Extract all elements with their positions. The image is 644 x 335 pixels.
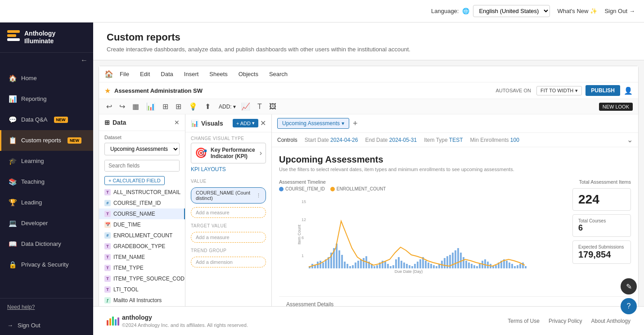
data-panel-close-button[interactable]: ✕ <box>174 119 180 126</box>
svg-rect-55 <box>446 256 448 268</box>
sidebar-item-developer[interactable]: 💻 Developer <box>0 213 93 234</box>
edit-fab-button[interactable]: ✎ <box>621 278 637 294</box>
chevron-down-icon: ▾ <box>575 88 578 94</box>
privacy-policy-link[interactable]: Privacy Policy <box>549 318 582 324</box>
upload-icon[interactable]: ⬆ <box>203 101 212 112</box>
menu-objects[interactable]: Objects <box>234 69 263 79</box>
svg-rect-35 <box>392 265 394 268</box>
help-fab-button[interactable]: ? <box>621 298 637 314</box>
total-items-label: Total Assessment Items <box>572 179 631 185</box>
menu-insert[interactable]: Insert <box>180 69 203 79</box>
data-icon: ⊞ <box>104 119 110 126</box>
sidebar-signout[interactable]: → Sign Out <box>0 316 93 335</box>
developer-icon: 💻 <box>9 219 17 227</box>
field-list: T ALL_INSTRUCTOR_EMAIL # COURSE_ITEM_ID … <box>99 187 185 306</box>
value-pill[interactable]: COURSE_NAME (Count distinct) ⋮ <box>191 187 266 204</box>
field-enrollment-count[interactable]: # ENROLLMENT_COUNT <box>99 230 185 241</box>
viz-tabs: Upcoming Assessments ▾ + <box>272 114 638 133</box>
min-enrollments-control: Min Enrollments 100 <box>470 137 519 143</box>
bar-chart-icon[interactable]: 📊 <box>144 101 157 112</box>
sidebar-item-teaching[interactable]: 📚 Teaching <box>0 172 93 192</box>
field-gradebook-type[interactable]: T GRADEBOOK_TYPE <box>99 241 185 252</box>
visuals-add-button[interactable]: + ADD ▾ <box>233 119 258 127</box>
svg-rect-50 <box>433 265 435 268</box>
calculated-field-button[interactable]: + CALCULATED FIELD <box>104 176 165 185</box>
svg-text:6: 6 <box>302 235 304 240</box>
svg-rect-22 <box>357 261 359 268</box>
field-mailto-all-instructors[interactable]: ƒ Mailto All Instructors <box>99 295 185 306</box>
viz-area: Upcoming Assessments ▾ + Controls Start … <box>272 114 638 306</box>
svg-rect-78 <box>509 263 510 268</box>
menu-search[interactable]: Search <box>265 69 292 79</box>
change-visual-label: CHANGE VISUAL TYPE <box>185 132 271 143</box>
sidebar-item-custom-reports[interactable]: 📋 Custom reports NEW <box>0 130 93 151</box>
fit-to-width-button[interactable]: FIT TO WIDTH ▾ <box>536 86 582 95</box>
text-icon[interactable]: T <box>256 102 264 112</box>
need-help-link[interactable]: Need help? <box>0 299 93 316</box>
viz-tab-upcoming-assessments[interactable]: Upcoming Assessments ▾ <box>277 118 349 129</box>
svg-rect-7 <box>317 262 319 268</box>
field-item-type[interactable]: T ITEM_TYPE <box>99 263 185 273</box>
field-all-instructor-email[interactable]: T ALL_INSTRUCTOR_EMAIL <box>99 187 185 198</box>
add-measure-button[interactable]: Add a measure <box>191 207 266 218</box>
redo-icon[interactable]: ↪ <box>117 101 127 112</box>
add-tab-button[interactable]: + <box>353 119 358 128</box>
sidebar-item-reporting[interactable]: 📊 Reporting <box>0 89 93 109</box>
sidebar-item-home[interactable]: 🏠 Home <box>0 68 93 89</box>
image-icon[interactable]: 🖼 <box>267 102 278 112</box>
dataset-select[interactable]: Upcoming Assessments <box>104 143 180 155</box>
add-dimension-button[interactable]: Add a dimension <box>191 257 266 267</box>
kpi-layouts-link[interactable]: KPI LAYOUTS <box>185 163 271 175</box>
total-courses-value: 6 <box>578 223 625 233</box>
undo-icon[interactable]: ↩ <box>104 101 114 112</box>
svg-rect-65 <box>473 265 475 268</box>
svg-rect-37 <box>398 257 400 268</box>
sidebar-item-label: Learning <box>21 158 44 164</box>
svg-rect-67 <box>479 264 481 268</box>
add-dropdown-btn[interactable]: ADD: ▾ <box>219 104 236 110</box>
field-course-item-id[interactable]: # COURSE_ITEM_ID <box>99 198 185 208</box>
grid-icon[interactable]: ⊞ <box>174 101 183 112</box>
language-dropdown[interactable]: English (United States) <box>473 5 550 17</box>
total-items-value: 224 <box>578 192 625 207</box>
collapse-button[interactable]: ← <box>0 53 93 68</box>
whats-new-button[interactable]: What's New ✨ <box>557 8 597 14</box>
add-target-button[interactable]: Add a measure <box>191 232 266 243</box>
terms-of-use-link[interactable]: Terms of Use <box>508 318 540 324</box>
menu-edit[interactable]: Edit <box>135 69 154 79</box>
filter-icon[interactable]: ⊞ <box>161 101 170 112</box>
new-look-button[interactable]: NEW LOOK <box>599 103 633 111</box>
field-due-time[interactable]: 📅 DUE_TIME <box>99 219 185 230</box>
bulb-icon[interactable]: 💡 <box>187 101 199 112</box>
menu-sheets[interactable]: Sheets <box>205 69 232 79</box>
sign-out-button[interactable]: Sign Out → <box>604 8 635 14</box>
star-icon[interactable]: ★ <box>104 86 111 95</box>
visuals-close-button[interactable]: ✕ <box>260 119 266 127</box>
chart-title: Assessment Timeline <box>279 179 565 185</box>
expand-controls-icon[interactable]: ⌄ <box>627 136 633 144</box>
sidebar-item-privacy-security[interactable]: 🔒 Privacy & Security <box>0 254 93 275</box>
menu-data[interactable]: Data <box>156 69 177 79</box>
sidebar-item-data-dictionary[interactable]: 📖 Data Dictionary <box>0 234 93 254</box>
kpi-card[interactable]: 🎯 Key Performance Indicator (KPI) › <box>191 143 266 163</box>
logo-icon <box>7 30 20 45</box>
chevron-down-icon: ▾ <box>252 120 255 126</box>
sidebar-item-leading[interactable]: 🏆 Leading <box>0 192 93 213</box>
field-lti-tool[interactable]: T LTI_TOOL <box>99 284 185 295</box>
table-icon[interactable]: ▦ <box>131 101 141 112</box>
svg-rect-38 <box>401 261 402 268</box>
field-item-type-source-code[interactable]: T ITEM_TYPE_SOURCE_CODE <box>99 273 185 284</box>
about-anthology-link[interactable]: About Anthology <box>591 318 630 324</box>
sidebar-item-label: Developer <box>21 220 48 226</box>
line-chart-icon[interactable]: 📈 <box>239 101 252 112</box>
text-field-icon: T <box>104 243 111 249</box>
dashboard-tools: ↩ ↪ ▦ 📊 ⊞ ⊞ 💡 ⬆ ADD: ▾ 📈 T 🖼 NEW LOOK <box>99 99 638 114</box>
search-fields-input[interactable] <box>105 160 180 171</box>
sidebar-item-learning[interactable]: 🎓 Learning <box>0 151 93 172</box>
sidebar-item-data-qa[interactable]: 💬 Data Q&A NEW <box>0 109 93 130</box>
publish-button[interactable]: PUBLISH <box>585 85 620 96</box>
menu-file[interactable]: File <box>115 69 134 79</box>
field-course-name[interactable]: T COURSE_NAME <box>99 208 185 219</box>
field-item-name[interactable]: T ITEM_NAME <box>99 252 185 263</box>
home-nav-icon[interactable]: 🏠 <box>104 70 113 78</box>
